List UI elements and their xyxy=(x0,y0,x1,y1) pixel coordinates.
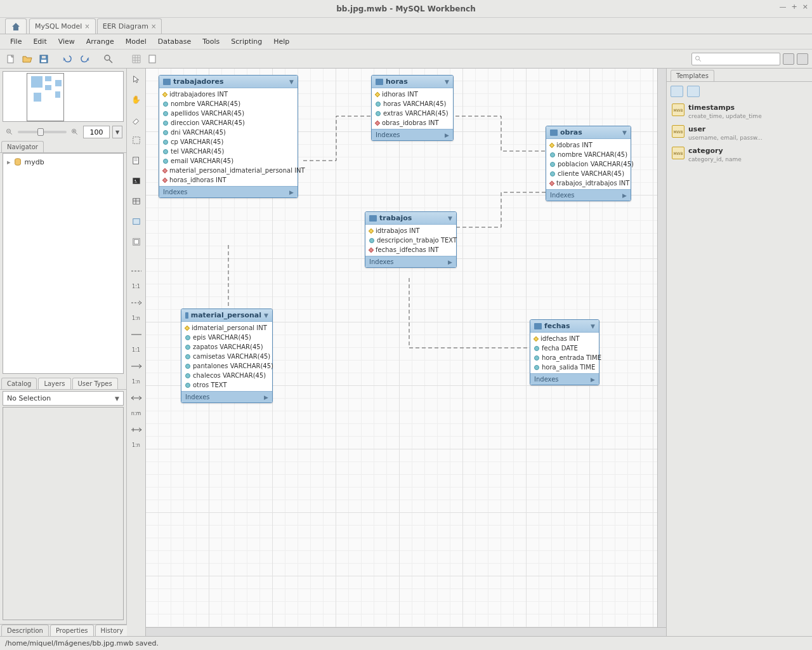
template-view-icon[interactable] xyxy=(671,86,683,97)
menu-edit[interactable]: Edit xyxy=(28,36,51,47)
column-row[interactable]: extras VARCHAR(45) xyxy=(372,109,453,118)
usertypes-tab[interactable]: User Types xyxy=(72,378,118,389)
rel-existing-tool[interactable] xyxy=(129,423,143,437)
menu-scripting[interactable]: Scripting xyxy=(226,36,267,47)
entity-fechas[interactable]: fechas▼ idfechas INTfecha DATEhora_entra… xyxy=(530,319,599,385)
align-button[interactable] xyxy=(146,52,160,66)
properties-tab[interactable]: Properties xyxy=(50,625,94,636)
close-icon[interactable]: × xyxy=(802,3,808,11)
panel-toggle-left-button[interactable] xyxy=(783,53,794,65)
rel-1-n-tool[interactable] xyxy=(129,296,143,310)
routine-tool[interactable] xyxy=(129,235,143,249)
grid-button[interactable] xyxy=(129,52,143,66)
history-tab[interactable]: History xyxy=(95,625,129,636)
column-row[interactable]: pantalones VARCHAR(45) xyxy=(181,361,272,371)
entity-obras[interactable]: obras▼ idobras INTnombre VARCHAR(45)pobl… xyxy=(546,126,631,201)
zoom-input[interactable] xyxy=(83,126,110,138)
pointer-tool[interactable] xyxy=(129,72,143,86)
menu-file[interactable]: File xyxy=(5,36,27,47)
column-row[interactable]: idtrabajos INT xyxy=(365,226,456,235)
tab-eer-diagram[interactable]: EER Diagram × xyxy=(97,18,162,34)
entity-trabajos[interactable]: trabajos▼ idtrabajos INTdescripcion_trab… xyxy=(365,211,457,268)
undo-button[interactable] xyxy=(61,52,75,66)
rel-n-m-tool[interactable] xyxy=(129,391,143,405)
column-row[interactable]: hora_salida TIME xyxy=(530,362,599,372)
column-row[interactable]: horas VARCHAR(45) xyxy=(372,99,453,109)
tree-item-mydb[interactable]: ▸ mydb xyxy=(7,157,119,166)
menu-help[interactable]: Help xyxy=(268,36,294,47)
column-row[interactable]: nombre VARCHAR(45) xyxy=(546,150,631,159)
menu-arrange[interactable]: Arrange xyxy=(81,36,119,47)
column-row[interactable]: trabajos_idtrabajos INT xyxy=(546,178,631,188)
column-row[interactable]: nombre VARCHAR(45) xyxy=(159,99,298,109)
collapse-icon[interactable]: ▼ xyxy=(622,129,627,136)
column-row[interactable]: idhoras INT xyxy=(372,90,453,99)
expand-icon[interactable]: ▶ xyxy=(445,132,449,138)
catalog-tree[interactable]: ▸ mydb xyxy=(3,153,124,374)
vertical-scrollbar[interactable] xyxy=(657,69,666,627)
zoom-in-button[interactable] xyxy=(69,126,81,138)
tab-close-icon[interactable]: × xyxy=(151,23,156,30)
hand-tool[interactable]: ✋ xyxy=(129,93,143,107)
column-row[interactable]: fechas_idfechas INT xyxy=(365,245,456,255)
layer-tool[interactable] xyxy=(129,133,143,147)
rel-1-n-id-tool[interactable] xyxy=(129,359,143,373)
column-row[interactable]: obras_idobras INT xyxy=(372,118,453,128)
tab-close-icon[interactable]: × xyxy=(84,23,89,30)
expand-icon[interactable]: ▶ xyxy=(591,376,595,383)
navigator-tab[interactable]: Navigator xyxy=(1,141,44,152)
column-row[interactable]: cp VARCHAR(45) xyxy=(159,137,298,147)
entity-horas[interactable]: horas▼ idhoras INThoras VARCHAR(45)extra… xyxy=(371,75,454,141)
column-row[interactable]: idfechas INT xyxy=(530,334,599,343)
column-row[interactable]: epis VARCHAR(45) xyxy=(181,333,272,342)
maximize-icon[interactable]: + xyxy=(792,3,797,11)
column-row[interactable]: horas_idhoras INT xyxy=(159,175,298,185)
menu-tools[interactable]: Tools xyxy=(197,36,225,47)
navigator-minimap[interactable] xyxy=(3,71,124,122)
expand-icon[interactable]: ▶ xyxy=(622,192,627,199)
collapse-icon[interactable]: ▼ xyxy=(591,323,595,329)
diagram-canvas[interactable]: trabajadores▼ idtrabajadores INTnombre V… xyxy=(146,69,666,636)
column-row[interactable]: fecha DATE xyxy=(530,343,599,353)
column-row[interactable]: idtrabajadores INT xyxy=(159,90,298,99)
column-row[interactable]: cliente VARCHAR(45) xyxy=(546,169,631,178)
expand-icon[interactable]: ▶ xyxy=(264,394,268,401)
menu-view[interactable]: View xyxy=(53,36,80,47)
menu-model[interactable]: Model xyxy=(121,36,152,47)
layers-tab[interactable]: Layers xyxy=(38,378,70,389)
redo-button[interactable] xyxy=(77,52,91,66)
save-button[interactable] xyxy=(37,52,51,66)
find-button[interactable] xyxy=(102,52,115,66)
eraser-tool[interactable] xyxy=(129,113,143,127)
tree-expand-icon[interactable]: ▸ xyxy=(7,158,11,166)
zoom-out-button[interactable] xyxy=(4,126,15,138)
collapse-icon[interactable]: ▼ xyxy=(264,312,268,319)
column-row[interactable]: material_personal_idmaterial_personal IN… xyxy=(159,166,298,175)
column-row[interactable]: chalecos VARCHAR(45) xyxy=(181,371,272,380)
rel-1-1-id-tool[interactable] xyxy=(129,328,143,342)
zoom-slider[interactable] xyxy=(18,131,67,133)
column-row[interactable]: poblacion VARCHAR(45) xyxy=(546,159,631,169)
column-row[interactable]: zapatos VARCHAR(45) xyxy=(181,342,272,352)
templates-tab[interactable]: Templates xyxy=(671,70,714,81)
column-row[interactable]: apellidos VARCHAR(45) xyxy=(159,109,298,118)
template-item-user[interactable]: MWB userusername, email, passw... xyxy=(671,123,808,144)
menu-database[interactable]: Database xyxy=(153,36,197,47)
rel-1-1-tool[interactable] xyxy=(129,264,143,278)
entity-trabajadores[interactable]: trabajadores▼ idtrabajadores INTnombre V… xyxy=(159,75,298,198)
minimize-icon[interactable]: — xyxy=(780,3,787,11)
column-row[interactable]: idobras INT xyxy=(546,140,631,150)
column-row[interactable]: descripcion_trabajo TEXT xyxy=(365,235,456,245)
template-view-icon[interactable] xyxy=(687,86,700,97)
zoom-dropdown-button[interactable]: ▼ xyxy=(112,126,122,138)
expand-icon[interactable]: ▶ xyxy=(289,189,294,196)
image-tool[interactable] xyxy=(129,174,143,188)
collapse-icon[interactable]: ▼ xyxy=(445,79,449,85)
column-row[interactable]: direccion VARCHAR(45) xyxy=(159,118,298,128)
catalog-tab[interactable]: Catalog xyxy=(1,378,37,389)
search-input[interactable] xyxy=(691,53,780,65)
expand-icon[interactable]: ▶ xyxy=(448,259,452,265)
tab-mysql-model[interactable]: MySQL Model × xyxy=(29,18,96,34)
view-tool[interactable] xyxy=(129,215,143,229)
column-row[interactable]: email VARCHAR(45) xyxy=(159,156,298,166)
